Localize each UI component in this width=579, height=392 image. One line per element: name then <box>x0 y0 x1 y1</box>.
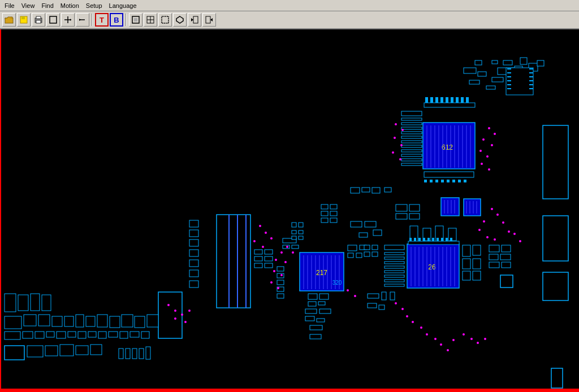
svg-point-291 <box>280 251 283 254</box>
svg-point-317 <box>481 163 483 165</box>
svg-point-290 <box>286 246 288 248</box>
open-button[interactable] <box>2 13 16 27</box>
svg-rect-76 <box>464 68 476 73</box>
svg-rect-161 <box>318 302 325 305</box>
svg-point-280 <box>434 338 437 340</box>
arrow-select-button[interactable] <box>76 13 89 27</box>
svg-point-312 <box>494 133 496 135</box>
svg-point-284 <box>463 333 465 336</box>
save-button[interactable] <box>17 13 31 27</box>
text-t-button[interactable]: T <box>95 13 109 27</box>
svg-rect-67 <box>158 292 182 338</box>
svg-point-294 <box>284 261 287 263</box>
save-icon <box>19 15 28 24</box>
svg-point-289 <box>354 295 356 297</box>
menu-find[interactable]: Find <box>38 2 57 10</box>
svg-rect-257 <box>461 97 464 103</box>
menu-motion[interactable]: Motion <box>57 2 83 10</box>
polygon-button[interactable] <box>173 13 187 27</box>
svg-point-262 <box>502 221 504 224</box>
print-icon <box>34 15 43 24</box>
svg-rect-339 <box>432 238 434 241</box>
svg-rect-176 <box>110 316 120 328</box>
svg-marker-9 <box>70 19 71 21</box>
svg-rect-210 <box>189 239 198 246</box>
separator-1 <box>92 14 93 26</box>
cross-button[interactable] <box>144 13 157 27</box>
svg-rect-248 <box>384 188 391 192</box>
print-button[interactable] <box>32 13 45 27</box>
svg-rect-128 <box>464 180 466 182</box>
svg-point-265 <box>486 236 489 238</box>
svg-rect-186 <box>78 332 86 338</box>
select-line-button[interactable] <box>61 13 75 27</box>
svg-point-274 <box>395 302 397 304</box>
svg-rect-193 <box>119 349 123 359</box>
svg-rect-198 <box>5 346 24 360</box>
svg-rect-135 <box>384 275 404 277</box>
svg-point-304 <box>399 158 401 160</box>
svg-rect-155 <box>390 292 395 300</box>
svg-rect-196 <box>139 349 144 359</box>
text-t-icon: T <box>100 16 104 24</box>
menu-setup[interactable]: Setup <box>83 2 106 10</box>
svg-point-288 <box>347 289 349 291</box>
svg-marker-22 <box>210 18 213 21</box>
svg-rect-156 <box>368 303 377 308</box>
svg-point-285 <box>470 338 473 340</box>
svg-point-314 <box>491 144 493 146</box>
canvas-area[interactable]: 612 26 217 <box>0 29 579 392</box>
menu-language[interactable]: Language <box>106 2 140 10</box>
svg-rect-125 <box>447 180 450 182</box>
svg-point-295 <box>273 270 275 272</box>
svg-rect-189 <box>109 332 118 337</box>
svg-rect-180 <box>5 332 20 339</box>
svg-rect-236 <box>299 230 303 234</box>
svg-rect-123 <box>435 180 438 182</box>
svg-rect-170 <box>38 315 50 326</box>
svg-rect-148 <box>373 230 382 236</box>
svg-rect-340 <box>437 238 439 241</box>
svg-rect-253 <box>440 97 443 103</box>
svg-rect-131 <box>384 257 404 259</box>
text-b-button[interactable]: B <box>110 13 123 27</box>
svg-marker-20 <box>191 18 193 21</box>
select2-button[interactable] <box>129 13 142 27</box>
svg-rect-177 <box>122 315 133 327</box>
select-rect-icon <box>49 15 58 24</box>
dotted-rect-button[interactable] <box>158 13 172 27</box>
arrow-right-button[interactable] <box>202 13 216 27</box>
svg-point-292 <box>292 251 294 254</box>
svg-rect-84 <box>537 60 544 66</box>
select-rect-button[interactable] <box>46 13 60 27</box>
svg-rect-5 <box>36 20 41 23</box>
svg-point-311 <box>488 127 490 129</box>
svg-rect-107 <box>401 154 422 156</box>
svg-rect-323 <box>321 218 328 223</box>
svg-rect-203 <box>90 345 102 355</box>
menu-view[interactable]: View <box>18 2 38 10</box>
svg-rect-73 <box>492 77 503 82</box>
svg-rect-212 <box>189 260 198 267</box>
svg-point-260 <box>496 214 499 216</box>
svg-rect-166 <box>310 325 322 330</box>
svg-rect-120 <box>424 172 474 177</box>
svg-rect-109 <box>401 163 422 165</box>
arrow-left-button[interactable] <box>188 13 201 27</box>
svg-rect-328 <box>409 214 420 219</box>
svg-rect-335 <box>414 238 416 241</box>
svg-rect-187 <box>88 332 96 337</box>
svg-point-282 <box>447 349 449 351</box>
svg-rect-153 <box>368 294 379 298</box>
svg-rect-74 <box>478 72 486 76</box>
svg-rect-68 <box>543 125 568 199</box>
svg-rect-216 <box>502 245 511 252</box>
svg-rect-2 <box>21 16 25 19</box>
svg-rect-247 <box>372 188 380 193</box>
svg-point-301 <box>394 137 396 139</box>
menu-file[interactable]: File <box>1 2 18 10</box>
svg-point-307 <box>181 313 183 316</box>
svg-rect-6 <box>50 16 57 23</box>
svg-point-279 <box>426 333 428 336</box>
svg-rect-101 <box>401 127 422 129</box>
